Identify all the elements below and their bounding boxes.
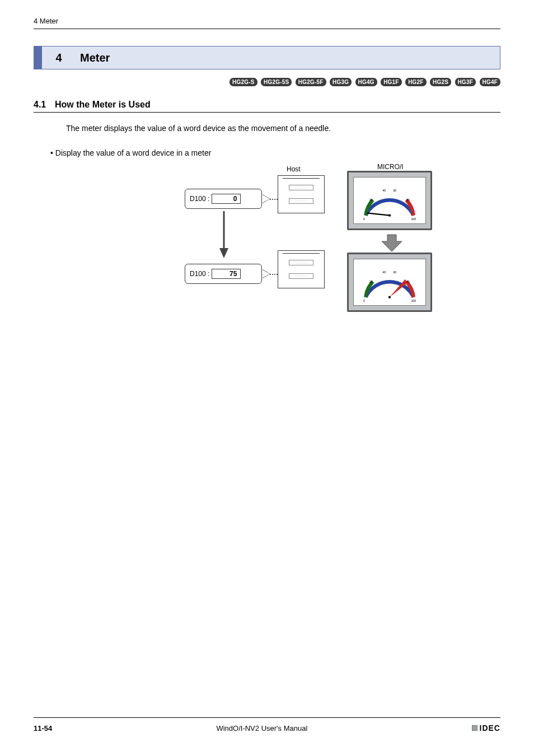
subsection-number: 4.1 bbox=[34, 100, 55, 110]
model-badge: HG1F bbox=[381, 78, 401, 86]
device-box-2: D100 : 75 bbox=[185, 264, 262, 284]
svg-text:40: 40 bbox=[382, 270, 386, 274]
running-header: 4 Meter bbox=[34, 17, 500, 25]
host-box-2 bbox=[278, 250, 325, 288]
svg-text:0: 0 bbox=[363, 217, 365, 221]
svg-marker-10 bbox=[382, 235, 402, 251]
diagram: Host MICRO/I D100 : 0 0 20 40 60 80 bbox=[123, 167, 459, 330]
dash-connector bbox=[270, 199, 278, 200]
section-heading-bar: 4 Meter bbox=[34, 46, 500, 69]
model-badge: HG2G-S bbox=[229, 78, 257, 86]
dash-connector bbox=[270, 274, 278, 275]
model-badge: HG2G-5S bbox=[261, 78, 292, 86]
host-box-1 bbox=[278, 175, 325, 213]
section-accent bbox=[34, 46, 42, 69]
intro-paragraph: The meter displays the value of a word d… bbox=[66, 124, 500, 133]
subsection-title: How the Meter is Used bbox=[55, 100, 151, 110]
device-box-1: D100 : 0 bbox=[185, 189, 262, 209]
brand-logo: IDEC bbox=[472, 724, 500, 732]
device-value: 0 bbox=[212, 194, 241, 204]
svg-text:60: 60 bbox=[393, 189, 396, 192]
model-badge: HG3F bbox=[455, 78, 476, 86]
gauge-1: 0 20 40 60 80 100 bbox=[354, 178, 425, 223]
gauge-2: 0 20 40 60 80 100 bbox=[354, 259, 425, 305]
svg-text:0: 0 bbox=[363, 299, 365, 302]
subsection-heading: 4.1 How the Meter is Used bbox=[34, 100, 500, 113]
manual-title: WindO/I-NV2 User's Manual bbox=[216, 724, 307, 732]
svg-point-18 bbox=[388, 296, 391, 298]
model-badge: HG3G bbox=[330, 78, 352, 86]
model-badge: HG2F bbox=[405, 78, 426, 86]
model-badge: HG4F bbox=[480, 78, 500, 86]
svg-point-7 bbox=[388, 214, 391, 217]
microi-screen-1: 0 20 40 60 80 100 bbox=[347, 171, 432, 230]
svg-text:20: 20 bbox=[369, 198, 373, 202]
model-badge: HG2S bbox=[430, 78, 451, 86]
svg-text:100: 100 bbox=[411, 299, 416, 302]
svg-text:40: 40 bbox=[382, 189, 386, 192]
model-badges: HG2G-S HG2G-5S HG2G-5F HG3G HG4G HG1F HG… bbox=[34, 76, 500, 86]
section-number: 4 bbox=[42, 46, 76, 69]
microi-label: MICRO/I bbox=[377, 163, 404, 171]
model-badge: HG4G bbox=[355, 78, 377, 86]
device-label: D100 : bbox=[190, 270, 209, 278]
svg-marker-9 bbox=[219, 248, 228, 258]
device-label: D100 : bbox=[190, 195, 209, 203]
page-number: 11-54 bbox=[34, 724, 52, 732]
arrow-down-hollow bbox=[381, 234, 403, 253]
header-rule bbox=[34, 29, 500, 29]
arrow-down-solid bbox=[218, 211, 229, 259]
host-label: Host bbox=[287, 165, 301, 173]
section-title: Meter bbox=[76, 46, 500, 69]
bullet-item: • Display the value of a word device in … bbox=[50, 148, 500, 157]
svg-text:80: 80 bbox=[406, 198, 410, 202]
model-badge: HG2G-5F bbox=[296, 78, 326, 86]
device-value: 75 bbox=[212, 269, 241, 279]
svg-text:100: 100 bbox=[411, 217, 416, 221]
svg-text:20: 20 bbox=[369, 280, 373, 283]
svg-line-6 bbox=[367, 213, 390, 215]
microi-screen-2: 0 20 40 60 80 100 bbox=[347, 253, 432, 312]
brand-square-icon bbox=[472, 725, 477, 731]
page-footer: 11-54 WindO/I-NV2 User's Manual IDEC bbox=[34, 717, 500, 732]
svg-text:60: 60 bbox=[393, 270, 396, 274]
brand-text: IDEC bbox=[480, 724, 500, 732]
